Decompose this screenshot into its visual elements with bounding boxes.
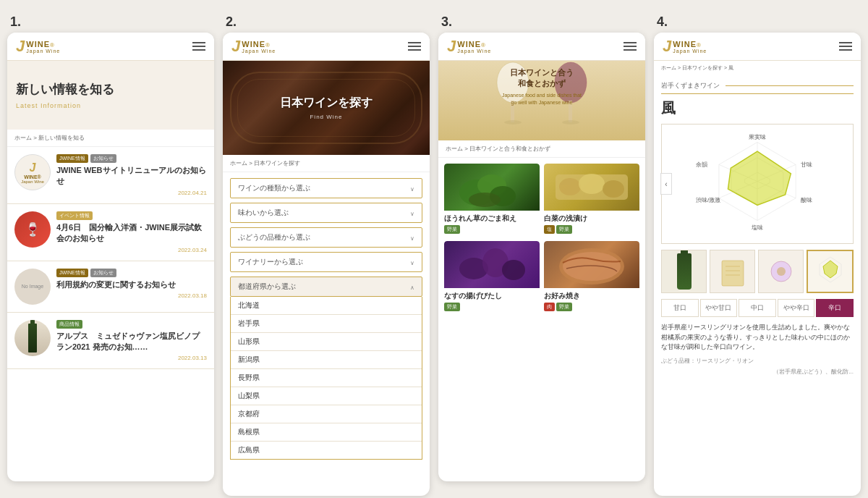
food-card-0[interactable]: ほうれん草のごま和え 野菜 — [444, 164, 540, 237]
news-tags-2: イベント情報 — [56, 211, 207, 220]
svg-text:甘味: 甘味 — [801, 161, 812, 168]
wine-region-text: 岩手くずまきワイン — [661, 81, 720, 90]
tab-sweet-2[interactable]: 中口 — [739, 299, 776, 317]
food-info-2: なすの揚げびたし 野菜 — [444, 288, 540, 314]
news-item-1[interactable]: J WINE® Japan Wine JWINE情報 お知らせ JWINE WE… — [7, 147, 214, 204]
radar-prev-arrow[interactable]: ‹ — [660, 173, 672, 195]
filter-item-0[interactable]: ワインの種類から選ぶ — [230, 178, 422, 198]
food-img-spinach — [444, 164, 540, 211]
hamburger-2[interactable] — [408, 42, 421, 51]
food-img-hakusai — [544, 164, 639, 211]
wine-region: 岩手くずまきワイン — [661, 81, 854, 94]
news-title-2: 4月6日 国分輸入洋酒・JWINE展示試飲会のお知らせ — [56, 222, 207, 245]
svg-marker-43 — [823, 261, 838, 278]
news-content-3: JWINE情報 お知らせ 利用規約の変更に関するお知らせ 2022.03.18 — [56, 269, 207, 299]
pref-3[interactable]: 新潟県 — [231, 351, 422, 369]
phone-4: J WINE® Japan Wine ホーム > 日本ワインを探す > 風 岩手… — [654, 33, 861, 496]
phone-2-hero-overlay: 日本ワインを探す Find Wine — [223, 61, 430, 155]
filter-item-4[interactable]: 都道府県から選ぶ — [230, 277, 422, 297]
phone-2-hero-title: 日本ワインを探す — [280, 96, 373, 111]
hamburger-1[interactable] — [192, 42, 205, 51]
news-item-3[interactable]: No Image JWINE情報 お知らせ 利用規約の変更に関するお知らせ 20… — [7, 261, 214, 313]
food-tag-0-0: 野菜 — [444, 225, 460, 234]
phone-4-number: 4. — [654, 14, 668, 30]
pref-2[interactable]: 山形県 — [231, 333, 422, 351]
tab-sweet-0[interactable]: 甘口 — [661, 299, 699, 317]
pref-7[interactable]: 島根県 — [231, 423, 422, 442]
food-tags-1: 塩 野菜 — [544, 225, 639, 234]
pref-1[interactable]: 岩手県 — [231, 315, 422, 333]
phone-1-container: 1. J WINE® Japan Wine 新しい情報を知る Latest In… — [7, 14, 214, 481]
sweetness-tabs: 甘口 やや甘口 中口 やや辛口 辛口 — [661, 299, 854, 317]
phone-3-hero: 日本ワインと合う 和食とおかず Japanese food and side d… — [438, 61, 645, 140]
phone-1: J WINE® Japan Wine 新しい情報を知る Latest Infor… — [7, 33, 214, 481]
filter-label-4: 都道府県から選ぶ — [238, 282, 296, 292]
wine-thumb-flower[interactable] — [758, 250, 804, 293]
food-card-3[interactable]: お好み焼き 肉 野菜 — [544, 241, 639, 314]
svg-point-13 — [469, 193, 501, 207]
news-thumb-1: J WINE® Japan Wine — [14, 154, 51, 190]
news-item-2[interactable]: 🍷 イベント情報 4月6日 国分輸入洋酒・JWINE展示試飲会のお知らせ 202… — [7, 204, 214, 261]
hero-1-title-en: Latest Information — [16, 102, 205, 109]
phone-4-logo: J WINE® Japan Wine — [663, 38, 707, 54]
logo-wine-1: WINE® Japan Wine — [26, 40, 60, 54]
svg-text:和食とおかず: 和食とおかず — [517, 79, 566, 88]
food-tags-0: 野菜 — [444, 225, 540, 234]
filter-item-2[interactable]: ぶどうの品種から選ぶ — [230, 227, 422, 248]
filter-item-1[interactable]: 味わいから選ぶ — [230, 203, 422, 223]
news-item-4[interactable]: 商品情報 アルプス ミュゼドゥヴァン塩尻ビノプラン2021 発売のお知…… 20… — [7, 313, 214, 370]
phone-3-header: J WINE® Japan Wine — [438, 33, 645, 61]
pref-5[interactable]: 山梨県 — [231, 387, 422, 405]
phone-4-container: 4. J WINE® Japan Wine ホーム > 日本ワインを探す > 風 — [654, 14, 861, 496]
filter-item-3[interactable]: ワイナリーから選ぶ — [230, 252, 422, 272]
logo-wine-4: WINE® Japan Wine — [673, 40, 707, 54]
news-date-1: 2022.04.21 — [56, 190, 207, 196]
phone-2: J WINE® Japan Wine 日本ワインを探す Find Wine — [223, 33, 430, 496]
food-name-0: ほうれん草のごま和え — [444, 214, 540, 224]
logo-j-2: J — [231, 38, 240, 54]
tab-sweet-3[interactable]: やや辛口 — [778, 299, 815, 317]
pref-6[interactable]: 京都府 — [231, 405, 422, 423]
pref-0[interactable]: 北海道 — [231, 297, 422, 315]
news-section-1: J WINE® Japan Wine JWINE情報 お知らせ JWINE WE… — [7, 147, 214, 369]
phone-4-header: J WINE® Japan Wine — [654, 33, 861, 61]
tag-notice-1: お知らせ — [90, 154, 116, 163]
tab-sweet-4[interactable]: 辛口 — [816, 299, 854, 317]
wine-thumb-radar[interactable] — [807, 250, 854, 293]
news-date-3: 2022.03.18 — [56, 292, 207, 299]
main-layout: 1. J WINE® Japan Wine 新しい情報を知る Latest In… — [7, 14, 861, 496]
phone-2-hero-en: Find Wine — [310, 114, 342, 120]
filter-chevron-2 — [410, 234, 414, 242]
tab-sweet-1[interactable]: やや甘口 — [700, 299, 738, 317]
breadcrumb-4: ホーム > 日本ワインを探す > 風 — [654, 61, 861, 75]
food-name-2: なすの揚げびたし — [444, 291, 540, 301]
logo-wine-2: WINE® Japan Wine — [242, 40, 276, 54]
svg-point-22 — [563, 252, 621, 281]
svg-text:go well with Japanese wine: go well with Japanese wine — [511, 100, 573, 106]
food-card-2[interactable]: なすの揚げびたし 野菜 — [444, 241, 540, 314]
breadcrumb-2: ホーム > 日本ワインを探す — [223, 155, 430, 172]
tag-jwine-3: JWINE情報 — [56, 269, 88, 277]
wine-thumb-bottle[interactable] — [661, 250, 707, 293]
wine-source: （岩手県産ぶどう）、酸化防... — [661, 368, 854, 376]
svg-rect-36 — [722, 261, 744, 286]
phone-1-number: 1. — [7, 14, 21, 30]
pref-8[interactable]: 広島県 — [231, 442, 422, 459]
phone-2-logo: J WINE® Japan Wine — [231, 38, 276, 54]
wine-name: 風 — [661, 98, 854, 118]
radar-chart-svg: 果実味 甘味 酸味 塩味 渋味/激激 余韻 — [669, 132, 846, 233]
filter-label-3: ワイナリーから選ぶ — [238, 257, 303, 267]
filter-chevron-0 — [410, 185, 414, 193]
svg-point-2 — [504, 120, 522, 124]
phone-1-hero: 新しい情報を知る Latest Information — [7, 61, 214, 130]
hamburger-4[interactable] — [839, 42, 852, 51]
food-img-nasu — [444, 241, 540, 288]
svg-text:余韻: 余韻 — [696, 161, 707, 168]
food-card-1[interactable]: 白菜の浅漬け 塩 野菜 — [544, 164, 639, 237]
hamburger-3[interactable] — [624, 42, 637, 51]
filter-label-2: ぶどうの品種から選ぶ — [238, 232, 310, 242]
pref-4[interactable]: 長野県 — [231, 369, 422, 387]
wine-thumb-label[interactable] — [710, 250, 755, 293]
food-info-0: ほうれん草のごま和え 野菜 — [444, 211, 540, 237]
food-tags-3: 肉 野菜 — [544, 303, 639, 311]
